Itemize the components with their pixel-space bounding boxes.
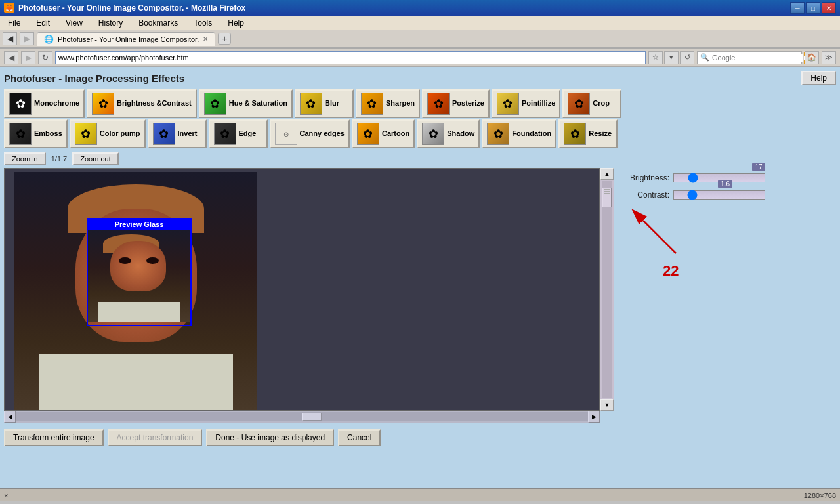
more-button[interactable]: ≫: [822, 51, 836, 64]
blur-label: Blur: [325, 99, 339, 108]
scroll-right-button[interactable]: ▶: [588, 411, 600, 423]
menu-history[interactable]: History: [93, 17, 128, 29]
home-button[interactable]: 🏠: [805, 51, 819, 64]
effect-hue-saturation[interactable]: ✿ Hue & Saturation: [199, 89, 293, 118]
menu-help[interactable]: Help: [222, 17, 249, 29]
image-canvas: Preview Glass: [4, 168, 600, 411]
canny-icon: ⊙: [275, 123, 297, 145]
cartoon-label: Cartoon: [382, 129, 410, 138]
sharpen-icon: ✿: [361, 93, 383, 115]
colorpump-label: Color pump: [100, 129, 140, 138]
pointillize-icon: ✿: [497, 93, 519, 115]
reload-button[interactable]: ↻: [38, 51, 52, 64]
edge-label: Edge: [239, 129, 257, 138]
transform-button[interactable]: Transform entire image: [4, 429, 104, 446]
right-panel: Brightness: 17 Contrast: 1.6: [618, 168, 836, 449]
effect-emboss[interactable]: ✿ Emboss: [4, 119, 68, 148]
forward-button[interactable]: ▶: [20, 32, 34, 45]
app-title: Photofuser - Image Processing Effects: [4, 73, 184, 84]
window-title: Photofuser - Your Online Image Composito…: [18, 3, 245, 12]
menu-view[interactable]: View: [60, 17, 88, 29]
effect-resize[interactable]: ✿ Resize: [558, 119, 618, 148]
preview-glass[interactable]: Preview Glass: [87, 218, 192, 326]
effect-invert[interactable]: ✿ Invert: [148, 119, 207, 148]
status-left: ×: [4, 492, 8, 499]
effect-shadow[interactable]: ✿ Shadow: [417, 119, 480, 148]
main-area: Preview Glass: [4, 168, 836, 449]
cancel-button[interactable]: Cancel: [338, 429, 381, 446]
nav-forward-button[interactable]: ▶: [21, 51, 35, 64]
bookmark-down-button[interactable]: ▾: [664, 51, 679, 64]
search-input[interactable]: [712, 54, 803, 62]
crop-icon: ✿: [568, 93, 590, 115]
title-bar: 🦊 Photofuser - Your Online Image Composi…: [0, 0, 840, 16]
cartoon-icon: ✿: [357, 123, 379, 145]
menu-tools[interactable]: Tools: [188, 17, 217, 29]
effect-posterize[interactable]: ✿ Posterize: [422, 89, 490, 118]
monochrome-label: Monochrome: [34, 99, 79, 108]
preview-glass-content: [88, 230, 190, 322]
accept-button[interactable]: Accept transformation: [108, 429, 203, 446]
foundation-label: Foundation: [512, 129, 551, 138]
zoom-level: 1/1.7: [49, 155, 70, 163]
scroll-thumb-horizontal[interactable]: [302, 413, 322, 421]
annotation-arrow: [623, 207, 702, 260]
contrast-slider[interactable]: [673, 190, 765, 200]
annotation-number: 22: [663, 262, 679, 280]
contrast-slider-row: Contrast: 1.6: [623, 190, 831, 200]
colorpump-icon: ✿: [75, 123, 97, 145]
invert-label: Invert: [178, 129, 198, 138]
resize-label: Resize: [589, 129, 612, 138]
posterize-label: Posterize: [452, 99, 484, 108]
effect-foundation[interactable]: ✿ Foundation: [482, 119, 556, 148]
effect-cartoon[interactable]: ✿ Cartoon: [352, 119, 415, 148]
effect-brightness[interactable]: ✿ Brightness &Contrast: [87, 89, 197, 118]
effect-crop[interactable]: ✿ Crop: [562, 89, 621, 118]
zoom-in-button[interactable]: Zoom in: [4, 152, 46, 165]
close-button[interactable]: ✕: [822, 2, 836, 14]
status-bar: × 840×504: [0, 488, 840, 501]
sharpen-label: Sharpen: [386, 99, 415, 108]
new-tab-button[interactable]: +: [218, 33, 231, 45]
done-button[interactable]: Done - Use image as displayed: [206, 429, 334, 446]
menu-edit[interactable]: Edit: [31, 17, 55, 29]
contrast-label: Contrast:: [623, 190, 669, 200]
effects-toolbar: ✿ Monochrome ✿ Brightness &Contrast ✿ Hu…: [4, 89, 836, 148]
scroll-up-button[interactable]: ▲: [600, 168, 614, 180]
vertical-scrollbar: ▲ ▼: [600, 168, 614, 411]
app-container: Photofuser - Image Processing Effects He…: [0, 67, 840, 488]
brightness-label: Brightness:: [623, 173, 669, 182]
scroll-thumb-vertical[interactable]: [602, 188, 612, 207]
zoom-out-button[interactable]: Zoom out: [72, 152, 118, 165]
maximize-button[interactable]: □: [806, 2, 820, 14]
minimize-button[interactable]: ─: [790, 2, 805, 14]
shadow-icon: ✿: [422, 123, 444, 145]
scroll-track-horizontal[interactable]: [16, 412, 588, 421]
effect-sharpen[interactable]: ✿ Sharpen: [356, 89, 420, 118]
status-right: 840×504: [804, 492, 836, 499]
address-input[interactable]: [55, 51, 646, 64]
monochrome-icon: ✿: [9, 93, 32, 115]
scroll-track-vertical[interactable]: [602, 181, 612, 398]
menu-file[interactable]: File: [3, 17, 26, 29]
pointillize-label: Pointillize: [522, 99, 555, 108]
bookmark-button[interactable]: ☆: [648, 51, 663, 64]
effect-colorpump[interactable]: ✿ Color pump: [70, 119, 146, 148]
invert-icon: ✿: [153, 123, 175, 145]
scroll-down-button[interactable]: ▼: [600, 399, 614, 411]
canny-label: Canny edges: [300, 129, 345, 138]
window-controls: ─ □ ✕: [790, 2, 836, 14]
help-button[interactable]: Help: [801, 71, 836, 85]
browser-icon: 🦊: [4, 3, 14, 13]
effect-monochrome[interactable]: ✿ Monochrome: [4, 89, 85, 118]
nav-back-button[interactable]: ◀: [4, 51, 18, 64]
effect-canny[interactable]: ⊙ Canny edges: [270, 119, 350, 148]
menu-bookmarks[interactable]: Bookmarks: [133, 17, 183, 29]
tab-close-button[interactable]: ✕: [203, 35, 208, 43]
scroll-left-button[interactable]: ◀: [4, 411, 16, 423]
back-button[interactable]: ◀: [3, 32, 17, 45]
effect-pointillize[interactable]: ✿ Pointillize: [492, 89, 560, 118]
effect-edge[interactable]: ✿ Edge: [209, 119, 268, 148]
reload-addr-button[interactable]: ↺: [680, 51, 694, 64]
effect-blur[interactable]: ✿ Blur: [295, 89, 354, 118]
